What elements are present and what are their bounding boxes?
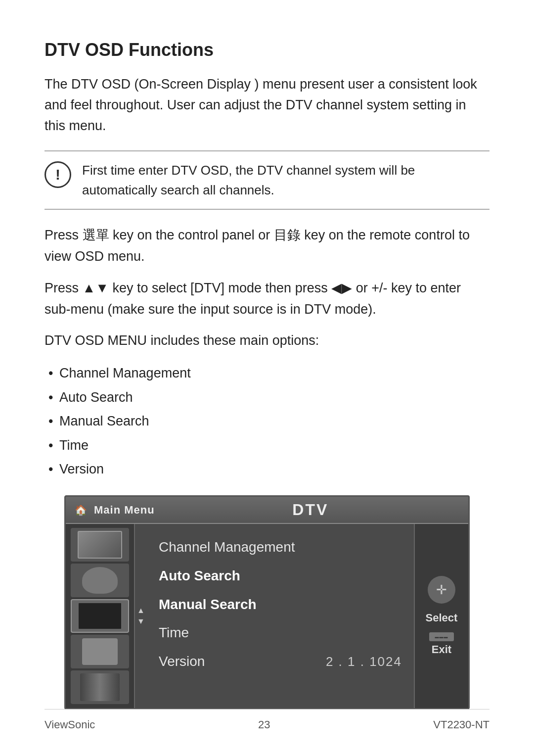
list-item-auto-search: Auto Search [44, 385, 490, 410]
osd-header-label: Main Menu [94, 504, 155, 517]
warning-icon: ! [44, 161, 71, 188]
osd-body: ▲ ▼ Channel Management Auto Search Manua… [66, 524, 468, 708]
osd-sidebar-item-2 [71, 564, 129, 597]
osd-version-value: 2 . 1 . 1024 [326, 653, 402, 670]
thumb-camera-icon [82, 567, 118, 594]
menu-options-list: Channel Management Auto Search Manual Se… [44, 361, 490, 481]
footer-brand: ViewSonic [44, 718, 95, 731]
osd-arrow-col: ▲ ▼ [135, 524, 147, 708]
list-item-manual-search: Manual Search [44, 409, 490, 433]
osd-dpad-icon: ✛ [428, 576, 455, 604]
page-footer: ViewSonic 23 VT2230-NT [44, 709, 490, 731]
osd-menu-manual-search: Manual Search [159, 590, 402, 619]
body-text-2: Press ▲▼ key to select [DTV] mode then p… [44, 278, 490, 320]
osd-menu-version: Version 2 . 1 . 1024 [159, 647, 402, 676]
osd-exit-icon: Exit [429, 632, 454, 656]
thumb-dark-icon [78, 602, 122, 630]
osd-exit-label: Exit [432, 643, 451, 656]
footer-page-number: 23 [258, 718, 270, 731]
list-item-channel-management: Channel Management [44, 361, 490, 385]
osd-sidebar [66, 524, 135, 708]
list-item-version: Version [44, 457, 490, 481]
thumb-wrench-icon [82, 638, 118, 665]
section-intro: The DTV OSD (On-Screen Display ) menu pr… [44, 74, 490, 137]
list-item-time: Time [44, 433, 490, 458]
body-text-3: DTV OSD MENU includes these main options… [44, 330, 490, 351]
osd-sidebar-item-4 [71, 635, 129, 668]
osd-header-title: DTV [162, 501, 459, 519]
page-container: DTV OSD Functions The DTV OSD (On-Screen… [0, 0, 534, 756]
osd-select-label: Select [426, 612, 458, 624]
body-text-1: Press 選單 key on the control panel or 目錄 … [44, 225, 490, 267]
section-title: DTV OSD Functions [44, 40, 490, 60]
osd-screen: 🏠 Main Menu DTV [64, 495, 470, 709]
osd-controls-col: ✛ Select Exit [414, 524, 468, 708]
osd-menu-time: Time [159, 618, 402, 647]
osd-exit-rect [429, 632, 454, 641]
osd-menu-channel-management: Channel Management [159, 533, 402, 562]
thumb-film-icon [80, 673, 120, 701]
osd-sidebar-item-5 [71, 670, 129, 704]
thumb-monitor-icon [78, 531, 122, 559]
footer-model: VT2230-NT [433, 718, 490, 731]
notice-text: First time enter DTV OSD, the DTV channe… [82, 160, 490, 200]
osd-header-icons: 🏠 [75, 504, 87, 516]
osd-header: 🏠 Main Menu DTV [66, 497, 468, 524]
osd-menu-col: Channel Management Auto Search Manual Se… [147, 524, 414, 708]
notice-box: ! First time enter DTV OSD, the DTV chan… [44, 150, 490, 210]
osd-menu-auto-search: Auto Search [159, 562, 402, 590]
osd-sidebar-item-1 [71, 528, 129, 562]
up-arrow-icon: ▲ [137, 607, 145, 614]
down-arrow-icon: ▼ [137, 617, 145, 625]
osd-sidebar-item-3-active [71, 599, 129, 633]
